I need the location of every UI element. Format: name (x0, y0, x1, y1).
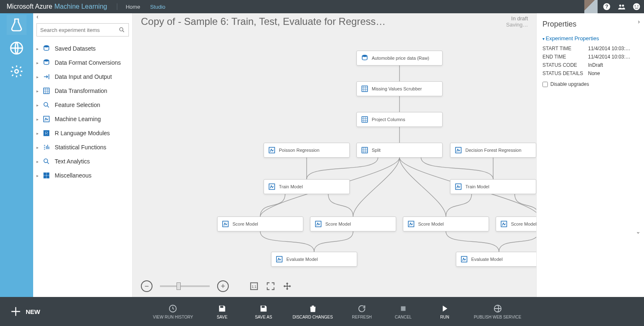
bottom-bar: NEW VIEW RUN HISTORY SAVE SAVE AS DISCAR… (0, 297, 644, 326)
palette-item[interactable]: ▸Data Format Conversions (33, 56, 132, 70)
run-button[interactable]: RUN (432, 304, 457, 319)
prop-key: STATUS CODE (542, 62, 588, 68)
rail-web-icon[interactable] (7, 38, 27, 58)
save-button[interactable]: SAVE (210, 304, 235, 319)
bottom-actions: VIEW RUN HISTORY SAVE SAVE AS DISCARD CH… (153, 304, 521, 319)
graph-node[interactable]: Project Columns (356, 112, 443, 127)
graph-node[interactable]: Train Model (450, 179, 536, 194)
grid-icon (42, 87, 51, 95)
palette-item[interactable]: ▸Data Input and Output (33, 70, 132, 84)
prop-key: END TIME (542, 54, 588, 60)
save-as-button[interactable]: SAVE AS (251, 304, 276, 319)
zoom-out-button[interactable]: − (141, 280, 153, 292)
palette-label: Data Format Conversions (55, 59, 121, 66)
team-icon[interactable] (614, 0, 629, 13)
palette-item[interactable]: ▸Miscellaneous (33, 168, 132, 182)
chevron-right-icon: ▸ (36, 159, 40, 164)
disable-upgrades-label: Disable upgrades (550, 81, 589, 87)
experiment-graph[interactable]: Automobile price data (Raw)Missing Value… (133, 30, 536, 275)
plus-icon (10, 306, 22, 317)
graph-node[interactable]: Score Model (310, 217, 396, 231)
user-avatar[interactable] (584, 0, 598, 13)
node-label: Decision Forest Regression (465, 148, 521, 153)
actual-size-button[interactable]: 1:1 (249, 281, 259, 292)
palette-label: Text Analytics (55, 158, 90, 165)
graph-node[interactable]: Automobile price data (Raw) (356, 51, 443, 66)
grid-icon (361, 146, 368, 154)
palette-item[interactable]: ▸R Language Modules (33, 126, 132, 140)
zoom-thumb[interactable] (177, 282, 181, 290)
refresh-button[interactable]: REFRESH (349, 304, 374, 319)
zoom-slider[interactable] (160, 285, 210, 287)
graph-node[interactable]: Missing Values Scrubber (356, 81, 443, 96)
graph-node[interactable]: Train Model (264, 179, 350, 194)
db-icon (361, 54, 368, 62)
view-history-button[interactable]: VIEW RUN HISTORY (153, 304, 193, 319)
palette-label: Saved Datasets (55, 45, 96, 52)
graph-node[interactable]: Poisson Regression (264, 143, 350, 158)
svg-point-14 (633, 3, 640, 10)
palette-item[interactable]: ▸Saved Datasets (33, 41, 132, 56)
brand-b: Machine Learning (54, 3, 107, 10)
pan-button[interactable] (282, 281, 293, 292)
grid-icon (361, 85, 368, 92)
graph-node[interactable]: Evaluate Model (271, 252, 357, 267)
palette-item[interactable]: ▸Text Analytics (33, 154, 132, 168)
ml-icon (222, 220, 229, 228)
nav-studio[interactable]: Studio (145, 4, 170, 10)
svg-text:?: ? (605, 4, 608, 10)
status-saving: Saving… (506, 22, 528, 28)
fit-screen-button[interactable] (265, 281, 276, 292)
palette-list: ▸Saved Datasets▸Data Format Conversions▸… (33, 40, 132, 297)
help-icon[interactable]: ? (599, 0, 614, 13)
new-button[interactable]: NEW (10, 306, 40, 317)
rail-experiments-icon[interactable] (7, 15, 27, 35)
graph-node[interactable]: Score Model (403, 217, 489, 231)
ml-icon (455, 183, 462, 190)
search-box[interactable] (36, 23, 129, 36)
palette-item[interactable]: ▸Feature Selection (33, 98, 132, 112)
palette-item[interactable]: ▸Data Transformation (33, 84, 132, 98)
props-section-title[interactable]: Experiment Properties (542, 35, 638, 41)
palette-item[interactable]: ▸Statistical Functions (33, 140, 132, 154)
zoom-in-button[interactable]: + (217, 280, 229, 292)
discard-button[interactable]: DISCARD CHANGES (293, 304, 333, 319)
graph-node[interactable]: Score Model (217, 217, 303, 231)
graph-node[interactable]: Decision Forest Regression (450, 143, 536, 158)
props-collapse-icon[interactable]: › (638, 18, 640, 25)
feedback-icon[interactable] (629, 0, 644, 13)
node-label: Poisson Regression (279, 148, 320, 153)
palette-label: R Language Modules (55, 130, 110, 136)
stat-icon (42, 144, 51, 151)
props-more-icon[interactable]: ⌄ (636, 228, 641, 235)
cancel-button[interactable]: CANCEL (391, 304, 416, 319)
disable-upgrades-check[interactable]: Disable upgrades (542, 81, 638, 87)
graph-node[interactable]: Score Model (496, 217, 536, 231)
new-label: NEW (26, 308, 40, 315)
graph-node[interactable]: Split (356, 143, 443, 158)
disable-upgrades-input[interactable] (542, 82, 548, 87)
lens-icon (42, 101, 51, 109)
chevron-right-icon: ▸ (36, 117, 40, 122)
rail-settings-icon[interactable] (7, 61, 27, 81)
r-icon (42, 129, 51, 137)
experiment-title[interactable]: Copy of - Sample 6: Train, Test, Evaluat… (141, 16, 385, 27)
graph-node[interactable]: Evaluate Model (456, 252, 536, 267)
node-label: Missing Values Scrubber (372, 86, 422, 91)
node-label: Evaluate Model (286, 257, 318, 262)
nav-home[interactable]: Home (121, 4, 145, 10)
palette-item[interactable]: ▸Machine Learning (33, 112, 132, 126)
grid-icon (361, 116, 368, 123)
status-draft: In draft (506, 15, 528, 22)
chevron-right-icon: ▸ (36, 131, 40, 136)
divider (117, 3, 117, 10)
svg-rect-24 (261, 306, 264, 308)
palette-collapse-icon[interactable]: ‹ (33, 13, 132, 22)
top-bar: Microsoft Azure Machine Learning Home St… (0, 0, 644, 13)
node-label: Train Model (279, 184, 303, 189)
publish-button[interactable]: PUBLISH WEB SERVICE (474, 304, 521, 319)
misc-icon (42, 172, 51, 179)
palette-label: Data Transformation (55, 88, 107, 94)
node-label: Project Columns (372, 117, 405, 122)
search-input[interactable] (40, 27, 119, 33)
